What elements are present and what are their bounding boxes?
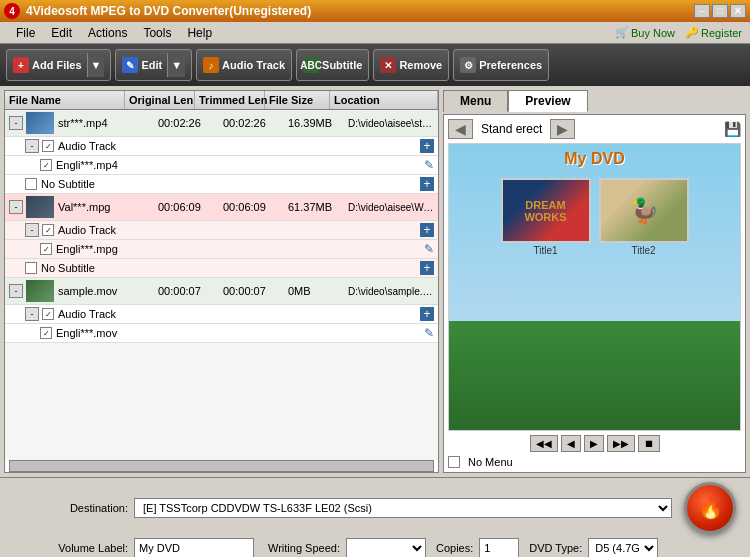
- expand-toggle[interactable]: -: [9, 200, 23, 214]
- dvd-thumb-2[interactable]: 🦆 Title2: [599, 178, 689, 256]
- play-button[interactable]: ▶: [584, 435, 604, 452]
- thumb1-image: DREAMWORKS: [501, 178, 591, 243]
- menu-help[interactable]: Help: [179, 24, 220, 42]
- no-subtitle-label: No Subtitle: [41, 262, 95, 274]
- bottom-panel: Destination: [E] TSSTcorp CDDVDW TS-L633…: [0, 477, 750, 557]
- menu-actions[interactable]: Actions: [80, 24, 135, 42]
- audio-checkbox[interactable]: [42, 308, 54, 320]
- thumb2-image: 🦆: [599, 178, 689, 243]
- rewind-button[interactable]: ◀◀: [530, 435, 558, 452]
- header-trimmed: Trimmed Len: [195, 91, 265, 109]
- no-menu-checkbox[interactable]: [448, 456, 460, 468]
- table-row: Engli***.mpg ✎: [5, 240, 438, 259]
- key-icon: 🔑: [685, 26, 699, 39]
- header-location: Location: [330, 91, 438, 109]
- horizontal-scrollbar[interactable]: [9, 460, 434, 472]
- dvd-title: My DVD: [449, 144, 740, 174]
- tab-preview[interactable]: Preview: [508, 90, 587, 112]
- audio-sub-checkbox[interactable]: [40, 159, 52, 171]
- expand-toggle[interactable]: -: [9, 116, 23, 130]
- back-button[interactable]: ◀: [561, 435, 581, 452]
- subtitle-checkbox[interactable]: [25, 262, 37, 274]
- minimize-button[interactable]: ─: [694, 4, 710, 18]
- preferences-button[interactable]: ⚙ Preferences: [453, 49, 549, 81]
- forward-button[interactable]: ▶▶: [607, 435, 635, 452]
- title-bar: 4 4Videosoft MPEG to DVD Converter(Unreg…: [0, 0, 750, 22]
- next-button[interactable]: ▶: [550, 119, 575, 139]
- remove-button[interactable]: ✕ Remove: [373, 49, 449, 81]
- menu-file[interactable]: File: [8, 24, 43, 42]
- expand-toggle[interactable]: -: [25, 223, 39, 237]
- right-panel: Menu Preview ◀ Stand erect ▶ 💾 My DVD: [439, 86, 750, 477]
- save-icon[interactable]: 💾: [724, 121, 741, 137]
- writing-speed-label: Writing Speed:: [268, 542, 340, 554]
- original-length: 00:02:26: [158, 117, 223, 129]
- audio-sub-checkbox[interactable]: [40, 327, 52, 339]
- buy-now-button[interactable]: 🛒 Buy Now: [615, 26, 675, 39]
- nav-title: Stand erect: [481, 122, 542, 136]
- trimmed-length: 00:06:09: [223, 201, 288, 213]
- table-row[interactable]: - Val***.mpg 00:06:09 00:06:09 61.37MB D…: [5, 194, 438, 221]
- volume-input[interactable]: [134, 538, 254, 557]
- add-files-dropdown[interactable]: ▼: [87, 53, 105, 77]
- destination-label: Destination:: [8, 502, 128, 514]
- no-menu-row: No Menu: [448, 456, 741, 468]
- subtitle-checkbox[interactable]: [25, 178, 37, 190]
- menu-bar: File Edit Actions Tools Help 🛒 Buy Now 🔑…: [0, 22, 750, 44]
- subtitle-button[interactable]: ABC Subtitle: [296, 49, 369, 81]
- menu-edit[interactable]: Edit: [43, 24, 80, 42]
- menu-tools[interactable]: Tools: [135, 24, 179, 42]
- tab-menu[interactable]: Menu: [443, 90, 508, 112]
- copies-input[interactable]: [479, 538, 519, 557]
- table-row[interactable]: - sample.mov 00:00:07 00:00:07 0MB D:\vi…: [5, 278, 438, 305]
- table-row: - Audio Track +: [5, 221, 438, 240]
- dvd-type-label: DVD Type:: [529, 542, 582, 554]
- file-list-body[interactable]: - str***.mp4 00:02:26 00:02:26 16.39MB D…: [5, 110, 438, 460]
- audio-checkbox[interactable]: [42, 224, 54, 236]
- close-button[interactable]: ✕: [730, 4, 746, 18]
- edit-button[interactable]: ✎ Edit ▼: [115, 49, 192, 81]
- table-row: Engli***.mp4 ✎: [5, 156, 438, 175]
- file-location: D:\video\aisee\Walt Dis: [348, 202, 434, 213]
- audio-track-button[interactable]: ♪ Audio Track: [196, 49, 292, 81]
- maximize-button[interactable]: □: [712, 4, 728, 18]
- file-list-panel: File Name Original Len Trimmed Len File …: [4, 90, 439, 473]
- burn-button[interactable]: 🔥: [684, 482, 736, 534]
- audio-checkbox[interactable]: [42, 140, 54, 152]
- trimmed-length: 00:02:26: [223, 117, 288, 129]
- register-button[interactable]: 🔑 Register: [685, 26, 742, 39]
- dvd-thumb-1[interactable]: DREAMWORKS Title1: [501, 178, 591, 256]
- original-length: 00:00:07: [158, 285, 223, 297]
- add-audio-button[interactable]: +: [420, 139, 434, 153]
- prev-button[interactable]: ◀: [448, 119, 473, 139]
- table-row[interactable]: - str***.mp4 00:02:26 00:02:26 16.39MB D…: [5, 110, 438, 137]
- edit-dropdown[interactable]: ▼: [167, 53, 185, 77]
- edit-audio-button[interactable]: ✎: [424, 242, 434, 256]
- ground-background: [449, 321, 740, 430]
- audio-track-label: Audio Track: [58, 140, 116, 152]
- file-size: 16.39MB: [288, 117, 348, 129]
- stop-button[interactable]: ⏹: [638, 435, 660, 452]
- edit-audio-button[interactable]: ✎: [424, 326, 434, 340]
- playback-controls: ◀◀ ◀ ▶ ▶▶ ⏹: [448, 435, 741, 452]
- audio-sub-checkbox[interactable]: [40, 243, 52, 255]
- dvd-thumbnails: DREAMWORKS Title1 🦆 Title2: [449, 174, 740, 260]
- dvd-type-select[interactable]: D5 (4.7G): [588, 538, 658, 557]
- dvd-preview: My DVD DREAMWORKS Title1 🦆 Ti: [448, 143, 741, 431]
- add-files-button[interactable]: + Add Files ▼: [6, 49, 111, 81]
- table-row: - Audio Track +: [5, 137, 438, 156]
- expand-toggle[interactable]: -: [25, 307, 39, 321]
- audio-icon: ♪: [203, 57, 219, 73]
- expand-toggle[interactable]: -: [25, 139, 39, 153]
- expand-toggle[interactable]: -: [9, 284, 23, 298]
- writing-speed-select[interactable]: [346, 538, 426, 557]
- add-subtitle-button[interactable]: +: [420, 261, 434, 275]
- add-audio-button[interactable]: +: [420, 223, 434, 237]
- destination-select[interactable]: [E] TSSTcorp CDDVDW TS-L633F LE02 (Scsi): [134, 498, 672, 518]
- table-row: No Subtitle +: [5, 259, 438, 278]
- edit-audio-button[interactable]: ✎: [424, 158, 434, 172]
- add-audio-button[interactable]: +: [420, 307, 434, 321]
- add-subtitle-button[interactable]: +: [420, 177, 434, 191]
- file-thumbnail: [26, 196, 54, 218]
- toolbar: + Add Files ▼ ✎ Edit ▼ ♪ Audio Track ABC…: [0, 44, 750, 86]
